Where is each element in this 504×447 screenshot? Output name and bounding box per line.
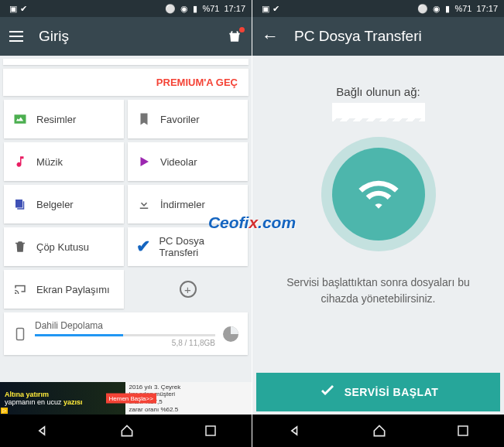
premium-button[interactable]: PREMIUM'A GEÇ	[3, 68, 249, 96]
start-service-button[interactable]: SERVİSİ BAŞLAT	[256, 373, 500, 411]
card-label: Müzik	[36, 156, 63, 168]
phone-right: ▣ ✔ ⚪ ◉ ▮ %71 17:17 ← PC Dosya Transferi…	[252, 0, 504, 447]
storage-bar	[35, 334, 215, 336]
card-label: Belgeler	[36, 199, 74, 210]
svg-rect-1	[206, 426, 215, 435]
network-label: Bağlı olunun ağ:	[336, 85, 420, 98]
page-title: PC Dosya Transferi	[294, 28, 422, 45]
nav-back[interactable]	[287, 423, 303, 438]
nav-back[interactable]	[35, 423, 50, 438]
cast-icon	[12, 281, 29, 298]
card-music[interactable]: Müzik	[4, 142, 124, 181]
phone-left: ▣ ✔ ⚪ ◉ ▮ %71 17:17 Giriş PREMIUM'A GEÇ …	[0, 0, 252, 447]
cart-button[interactable]	[227, 29, 242, 44]
signal-icon: ▮	[193, 4, 197, 14]
wifi-indicator	[332, 148, 425, 241]
card-label: PC Dosya Transferi	[159, 235, 240, 258]
nav-home[interactable]	[119, 423, 135, 438]
card-screenshare[interactable]: Ekran Paylaşımı	[4, 270, 124, 309]
description-text: Servisi başlattıktan sonra dosyaları bu …	[252, 275, 504, 307]
svg-rect-2	[458, 426, 468, 435]
storage-card[interactable]: Dahili Depolama 5,8 / 11,8GB	[4, 312, 248, 355]
storage-value: 5,8 / 11,8GB	[35, 339, 215, 347]
check-notif-icon: ✔	[273, 4, 279, 14]
card-label: Ekran Paylaşımı	[36, 284, 110, 295]
status-bar: ▣ ✔ ⚪ ◉ ▮ %71 17:17	[252, 0, 504, 17]
card-label: Favoriler	[160, 114, 200, 125]
storage-label: Dahili Depolama	[35, 320, 215, 331]
card-images[interactable]: Resimler	[4, 100, 124, 138]
card-documents[interactable]: Belgeler	[4, 185, 124, 224]
bookmark-icon	[135, 111, 153, 128]
app-bar: Giriş	[0, 17, 252, 56]
phone-icon	[13, 324, 27, 344]
nav-recent[interactable]	[204, 424, 218, 438]
app-bar: ← PC Dosya Transferi	[252, 17, 504, 56]
notification-icon: ▣	[262, 4, 269, 14]
wifi-icon: ◉	[433, 4, 441, 14]
back-button[interactable]: ←	[262, 26, 279, 46]
plus-icon: +	[180, 281, 197, 298]
content-area: PREMIUM'A GEÇ Resimler Favoriler Müzik V…	[0, 56, 252, 415]
image-icon	[12, 111, 29, 128]
card-label: Resimler	[36, 114, 76, 125]
ad-banner[interactable]: Altına yatırım yapmanın en ucuz yazısı H…	[0, 382, 252, 415]
trash-icon	[12, 238, 29, 255]
bluetooth-icon: ⚪	[417, 4, 428, 14]
check-icon: ✔	[135, 238, 151, 255]
battery-text: %71	[454, 4, 471, 13]
ad-badge: ▷	[1, 408, 8, 414]
card-pc-transfer[interactable]: ✔ PC Dosya Transferi	[128, 227, 248, 266]
ad-cta[interactable]: Hemen Başla>>	[106, 394, 156, 404]
card-label: Videolar	[160, 156, 197, 168]
card-favorites[interactable]: Favoriler	[128, 100, 248, 138]
document-icon	[12, 196, 29, 213]
nav-recent[interactable]	[456, 424, 470, 438]
nav-home[interactable]	[372, 423, 387, 438]
svg-rect-0	[17, 328, 24, 340]
wifi-icon: ◉	[180, 4, 188, 14]
music-icon	[12, 153, 29, 170]
signal-icon: ▮	[445, 4, 450, 14]
download-icon	[135, 196, 153, 213]
card-label: İndirmeler	[160, 199, 205, 210]
content-area: Bağlı olunun ağ: Servisi başlattıktan so…	[252, 56, 504, 415]
card-label: Çöp Kutusu	[36, 241, 89, 253]
status-bar: ▣ ✔ ⚪ ◉ ▮ %71 17:17	[0, 0, 252, 17]
time-text: 17:17	[224, 4, 245, 13]
start-label: SERVİSİ BAŞLAT	[345, 386, 439, 398]
time-text: 17:17	[476, 4, 498, 13]
wifi-icon	[357, 172, 400, 216]
add-button[interactable]: +	[128, 270, 248, 309]
battery-text: %71	[202, 4, 219, 13]
cards-grid: Resimler Favoriler Müzik Videolar Belgel…	[0, 96, 252, 309]
card-downloads[interactable]: İndirmeler	[128, 185, 248, 224]
nav-bar	[0, 415, 252, 447]
play-icon	[135, 153, 153, 170]
network-name-ribbon	[332, 103, 425, 118]
partial-card	[3, 59, 249, 65]
nav-bar	[252, 415, 504, 447]
notification-icon: ▣	[9, 4, 17, 14]
pie-icon	[223, 326, 238, 342]
bluetooth-icon: ⚪	[165, 4, 176, 14]
page-title: Giriş	[39, 28, 69, 45]
card-videos[interactable]: Videolar	[128, 142, 248, 181]
check-icon	[318, 383, 337, 401]
card-trash[interactable]: Çöp Kutusu	[4, 227, 124, 266]
check-notif-icon: ✔	[20, 4, 27, 14]
menu-button[interactable]	[9, 31, 23, 42]
cart-badge	[239, 27, 245, 32]
